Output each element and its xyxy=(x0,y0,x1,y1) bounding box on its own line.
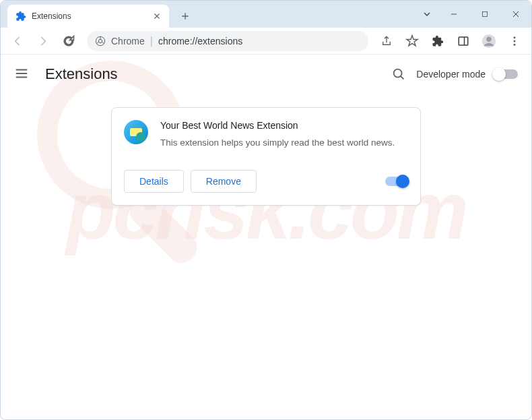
browser-window: Extensions xyxy=(0,0,532,420)
back-button[interactable] xyxy=(6,30,29,53)
extensions-button[interactable] xyxy=(426,30,449,53)
profile-button[interactable] xyxy=(477,30,500,53)
details-button[interactable]: Details xyxy=(124,170,184,193)
svg-point-10 xyxy=(394,69,402,78)
window-controls xyxy=(415,1,531,28)
svg-point-7 xyxy=(514,36,516,38)
share-button[interactable] xyxy=(375,30,398,53)
close-window-button[interactable] xyxy=(500,1,531,28)
extension-enable-toggle[interactable] xyxy=(385,177,408,186)
developer-mode-label: Developer mode xyxy=(416,69,486,80)
remove-button[interactable]: Remove xyxy=(191,170,257,193)
addressbar: Chrome | chrome://extensions xyxy=(1,28,531,55)
extension-description: This extension helps you simply read the… xyxy=(160,136,408,150)
chrome-icon xyxy=(95,36,106,47)
svg-rect-0 xyxy=(483,12,488,17)
page-title: Extensions xyxy=(45,65,118,83)
svg-point-6 xyxy=(486,36,491,41)
new-tab-button[interactable] xyxy=(176,7,195,26)
omnibox[interactable]: Chrome | chrome://extensions xyxy=(87,31,368,51)
minimize-button[interactable] xyxy=(438,1,469,28)
svg-point-9 xyxy=(514,43,516,45)
forward-button[interactable] xyxy=(32,30,55,53)
svg-point-8 xyxy=(514,40,516,42)
close-tab-button[interactable] xyxy=(152,11,162,22)
browser-tab[interactable]: Extensions xyxy=(7,5,169,28)
tab-search-button[interactable] xyxy=(415,1,438,28)
developer-mode-toggle[interactable] xyxy=(494,69,518,79)
puzzle-icon xyxy=(15,11,26,22)
extension-card: Your Best World News Extension This exte… xyxy=(111,107,421,206)
reload-button[interactable] xyxy=(57,30,80,53)
omnibox-separator: | xyxy=(150,35,153,47)
extension-name: Your Best World News Extension xyxy=(160,120,408,131)
extension-icon xyxy=(124,120,148,144)
omnibox-url: chrome://extensions xyxy=(158,36,360,47)
extensions-content: Your Best World News Extension This exte… xyxy=(1,94,531,419)
svg-rect-3 xyxy=(459,37,468,45)
tab-title: Extensions xyxy=(32,11,152,21)
toggle-knob xyxy=(492,67,506,81)
page-header: Extensions Developer mode xyxy=(1,55,531,94)
svg-point-2 xyxy=(98,39,102,42)
bookmark-button[interactable] xyxy=(401,30,424,53)
omnibox-prefix: Chrome xyxy=(111,36,145,47)
search-extensions-button[interactable] xyxy=(385,61,412,88)
toggle-knob xyxy=(396,175,409,188)
menu-button[interactable] xyxy=(503,30,526,53)
titlebar: Extensions xyxy=(1,1,531,28)
hamburger-menu[interactable] xyxy=(14,66,30,82)
maximize-button[interactable] xyxy=(469,1,500,28)
sidepanel-button[interactable] xyxy=(452,30,475,53)
